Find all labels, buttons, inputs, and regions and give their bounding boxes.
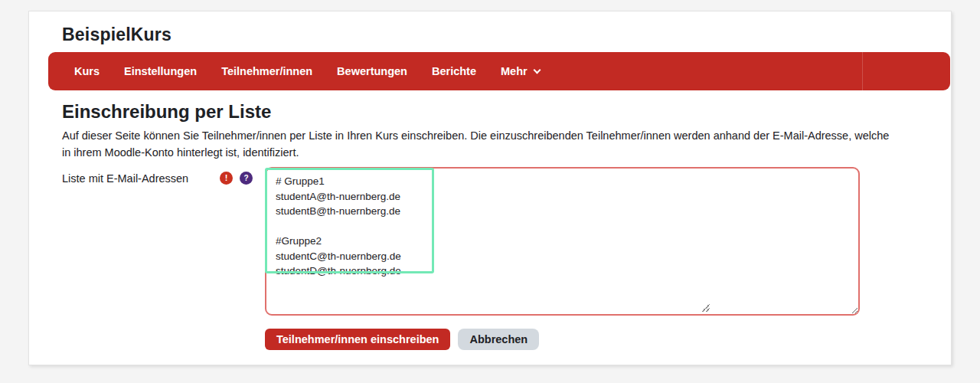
nav-item-bewertungen[interactable]: Bewertungen <box>325 52 420 90</box>
nav-item-berichte[interactable]: Berichte <box>420 52 488 90</box>
nav-item-label: Bewertungen <box>337 52 407 90</box>
field-icon-group: ! ? <box>220 171 253 185</box>
nav-item-mehr[interactable]: Mehr <box>488 52 552 90</box>
nav-item-kurs[interactable]: Kurs <box>62 52 112 90</box>
email-list-label: Liste mit E-Mail-Adressen <box>62 171 188 186</box>
course-navbar: Kurs Einstellungen Teilnehmer/innen Bewe… <box>48 52 950 90</box>
course-title: BeispielKurs <box>62 23 951 46</box>
nav-item-label: Berichte <box>432 52 476 90</box>
chevron-down-icon <box>533 66 541 74</box>
nav-item-label: Einstellungen <box>124 52 197 90</box>
required-icon: ! <box>220 172 233 185</box>
page-title: Einschreibung per Liste <box>62 100 918 123</box>
nav-item-teilnehmer[interactable]: Teilnehmer/innen <box>209 52 325 90</box>
nav-item-einstellungen[interactable]: Einstellungen <box>112 52 209 90</box>
navbar-divider <box>862 52 863 90</box>
enrol-submit-button[interactable]: Teilnehmer/innen einschreiben <box>265 329 450 350</box>
nav-item-label: Teilnehmer/innen <box>221 52 312 90</box>
nav-item-label: Mehr <box>501 52 528 90</box>
nav-item-label: Kurs <box>74 52 100 90</box>
email-list-form-row: Liste mit E-Mail-Adressen ! ? # Gruppe1 … <box>62 167 918 316</box>
form-buttons-row: Teilnehmer/innen einschreiben Abbrechen <box>265 329 918 350</box>
page-card: BeispielKurs Kurs Einstellungen Teilnehm… <box>28 11 952 365</box>
page-description: Auf dieser Seite können Sie Teilnehmer/i… <box>62 127 918 161</box>
cancel-button[interactable]: Abbrechen <box>458 329 539 350</box>
help-icon[interactable]: ? <box>240 172 253 185</box>
field-label-cell: Liste mit E-Mail-Adressen ! ? <box>62 167 265 316</box>
page-description-line1: Auf dieser Seite können Sie Teilnehmer/i… <box>62 127 918 144</box>
email-list-textarea[interactable]: # Gruppe1 studentA@th-nuernberg.de stude… <box>265 167 860 316</box>
page-description-line2: in ihrem Moodle-Konto hinterlegt ist, id… <box>62 144 918 161</box>
